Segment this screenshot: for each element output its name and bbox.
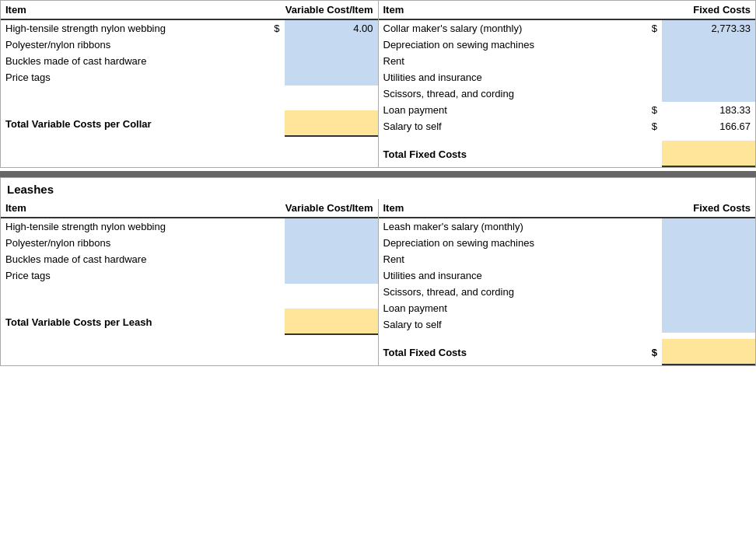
leashes-var-item-1: High-tensile strength nylon webbing	[1, 218, 269, 235]
leashes-var-item-2: Polyester/nylon ribbons	[1, 235, 269, 251]
leashes-variable-table: Item Variable Cost/Item High-tensile str…	[1, 199, 379, 365]
leashes-var-item-3: Buckles made of cast hardware	[1, 251, 269, 267]
collars-variable-table: Item Variable Cost/Item High-tensile str…	[1, 1, 379, 167]
table-row: Polyester/nylon ribbons	[1, 235, 378, 251]
leashes-fixed-item-4: Utilities and insurance	[379, 267, 647, 284]
collars-tables-row: Item Variable Cost/Item High-tensile str…	[1, 1, 755, 167]
collars-fixed-item-2: Depreciation on sewing machines	[379, 37, 647, 53]
collars-fixed-item-4: Utilities and insurance	[379, 69, 647, 86]
table-row: Rent	[379, 251, 756, 267]
collars-var-item-1: High-tensile strength nylon webbing	[1, 19, 269, 37]
table-row: Buckles made of cast hardware	[1, 53, 378, 69]
collars-var-total-label: Total Variable Costs per Collar	[1, 110, 269, 136]
collars-fixed-cost-header: Fixed Costs	[646, 1, 755, 19]
leashes-fixed-item-3: Rent	[379, 251, 647, 267]
leashes-var-total-row: Total Variable Costs per Leash	[1, 309, 378, 334]
section-divider	[0, 171, 756, 177]
table-row: Depreciation on sewing machines	[379, 235, 756, 251]
leashes-fixed-item-7: Salary to self	[379, 316, 647, 333]
leashes-fixed-item-6: Loan payment	[379, 300, 647, 316]
table-row: Price tags	[1, 69, 378, 86]
collars-var-item-header: Item	[1, 1, 269, 19]
leashes-var-total-label: Total Variable Costs per Leash	[1, 309, 269, 334]
collars-var-item-2: Polyester/nylon ribbons	[1, 37, 269, 53]
leashes-fixed-cost-header: Fixed Costs	[646, 199, 755, 218]
leashes-var-item-header: Item	[1, 199, 269, 218]
table-row: Utilities and insurance	[379, 69, 756, 86]
collars-var-dollar-1: $	[269, 19, 285, 37]
leashes-fixed-total-row: Total Fixed Costs $	[379, 339, 756, 365]
collars-fixed-value-7: 166.67	[662, 118, 755, 134]
collars-var-item-3: Buckles made of cast hardware	[1, 53, 269, 69]
collars-fixed-item-5: Scissors, thread, and cording	[379, 86, 647, 102]
table-row: Price tags	[1, 267, 378, 284]
table-row: High-tensile strength nylon webbing	[1, 218, 378, 235]
leashes-tables-row: Item Variable Cost/Item High-tensile str…	[1, 199, 755, 365]
table-row: Polyester/nylon ribbons	[1, 37, 378, 53]
collars-fixed-value-6: 183.33	[662, 102, 755, 118]
table-row: Loan payment	[379, 300, 756, 316]
collars-var-value-1: 4.00	[285, 19, 378, 37]
table-row: Rent	[379, 53, 756, 69]
leashes-fixed-item-2: Depreciation on sewing machines	[379, 235, 647, 251]
leashes-var-cost-header: Variable Cost/Item	[269, 199, 378, 218]
leashes-fixed-item-5: Scissors, thread, and cording	[379, 284, 647, 300]
collars-fixed-total-row: Total Fixed Costs	[379, 141, 756, 166]
table-row: Scissors, thread, and cording	[379, 86, 756, 102]
table-row: Utilities and insurance	[379, 267, 756, 284]
collars-fixed-item-1: Collar maker's salary (monthly)	[379, 19, 647, 37]
collars-var-item-4: Price tags	[1, 69, 269, 86]
leashes-fixed-total-label: Total Fixed Costs	[379, 339, 647, 365]
table-row: Buckles made of cast hardware	[1, 251, 378, 267]
leashes-title: Leashes	[1, 178, 755, 199]
table-row: Leash maker's salary (monthly)	[379, 218, 756, 235]
table-row: Salary to self $ 166.67	[379, 118, 756, 134]
leashes-var-item-4: Price tags	[1, 267, 269, 284]
collars-section: Item Variable Cost/Item High-tensile str…	[0, 0, 756, 168]
collars-fixed-item-6: Loan payment	[379, 102, 647, 118]
leashes-fixed-table: Item Fixed Costs Leash maker's salary (m…	[379, 199, 756, 365]
table-row: High-tensile strength nylon webbing $ 4.…	[1, 19, 378, 37]
collars-fixed-item-header: Item	[379, 1, 647, 19]
table-row: Scissors, thread, and cording	[379, 284, 756, 300]
collars-var-total-row: Total Variable Costs per Collar	[1, 110, 378, 136]
collars-fixed-table: Item Fixed Costs Collar maker's salary (…	[379, 1, 756, 167]
collars-fixed-item-7: Salary to self	[379, 118, 647, 134]
leashes-fixed-item-1: Leash maker's salary (monthly)	[379, 218, 647, 235]
table-row: Salary to self	[379, 316, 756, 333]
table-row: Loan payment $ 183.33	[379, 102, 756, 118]
leashes-section: Leashes Item Variable Cost/Item High-ten…	[0, 177, 756, 366]
table-row: Depreciation on sewing machines	[379, 37, 756, 53]
collars-fixed-value-1: 2,773.33	[662, 19, 755, 37]
collars-fixed-total-label: Total Fixed Costs	[379, 141, 647, 166]
collars-fixed-item-3: Rent	[379, 53, 647, 69]
collars-var-cost-header: Variable Cost/Item	[269, 1, 378, 19]
leashes-fixed-item-header: Item	[379, 199, 647, 218]
table-row: Collar maker's salary (monthly) $ 2,773.…	[379, 19, 756, 37]
spreadsheet-container: Item Variable Cost/Item High-tensile str…	[0, 0, 756, 366]
collars-fixed-dollar-1: $	[646, 19, 662, 37]
